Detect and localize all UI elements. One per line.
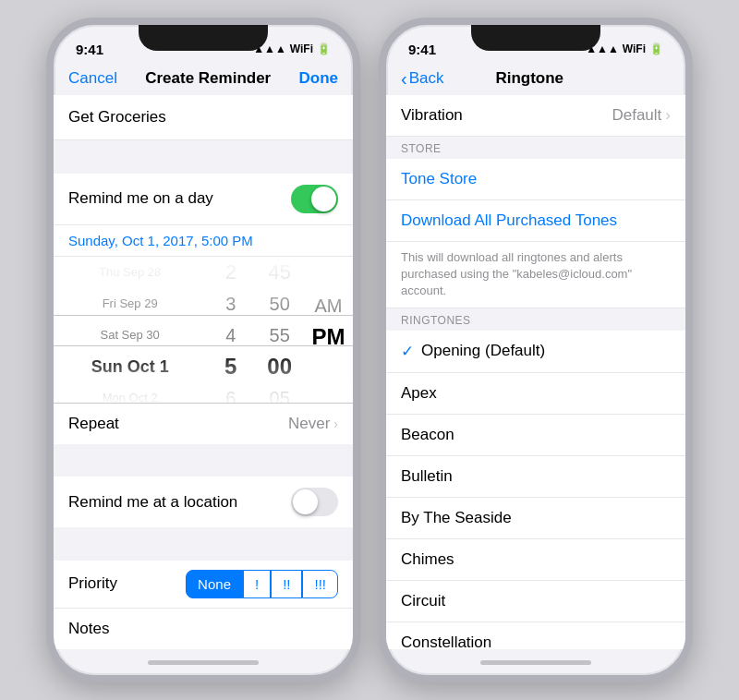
vibration-value: Default (612, 106, 661, 125)
create-reminder-title: Create Reminder (145, 69, 271, 88)
download-all-label: Download All Purchased Tones (401, 211, 617, 230)
reminder-text-input[interactable]: Get Groceries (54, 95, 353, 140)
reminder-text-section: Get Groceries (54, 95, 353, 140)
priority-row: Priority None ! !! !!! (54, 561, 353, 609)
back-button[interactable]: ‹ Back (401, 69, 443, 88)
right-home-bar (480, 660, 591, 665)
download-info: This will download all ringtones and ale… (386, 242, 685, 308)
ringtone-opening-row[interactable]: ✓ Opening (Default) (386, 331, 685, 373)
vibration-row[interactable]: Vibration Default › (386, 95, 685, 137)
vibration-chevron-icon: › (665, 106, 671, 125)
repeat-row[interactable]: Repeat Never › (54, 404, 353, 444)
priority-high-button[interactable]: !!! (302, 570, 338, 598)
gap2 (54, 444, 353, 477)
ringtone-opening-label: Opening (Default) (421, 342, 545, 360)
back-label: Back (409, 69, 444, 88)
picker-min-2: 55 (255, 320, 304, 351)
right-notch (471, 25, 600, 51)
remind-day-section: Remind me on a day Sunday, Oct 1, 2017, … (54, 174, 353, 257)
priority-label: Priority (68, 574, 178, 593)
priority-buttons: None ! !! !!! (186, 570, 338, 598)
ringtone-bulletin-row[interactable]: Bulletin (386, 456, 685, 498)
selected-date[interactable]: Sunday, Oct 1, 2017, 5:00 PM (54, 225, 353, 257)
location-toggle[interactable] (291, 488, 338, 516)
ringtone-title: Ringtone (495, 69, 563, 88)
location-label: Remind me at a location (68, 493, 291, 512)
battery-icon: 🔋 (317, 42, 331, 55)
left-nav-bar: Cancel Create Reminder Done (54, 66, 353, 95)
ringtone-beacon-row[interactable]: Beacon (386, 415, 685, 456)
picker-hour-2: 4 (206, 320, 255, 351)
store-header: STORE (386, 137, 685, 159)
priority-low-button[interactable]: ! (243, 570, 271, 598)
ringtone-bytheseaside-row[interactable]: By The Seaside (386, 498, 685, 539)
notes-label: Notes (68, 620, 338, 638)
ringtone-constellation-row[interactable]: Constellation (386, 622, 685, 649)
ringtones-header: RINGTONES (386, 308, 685, 331)
priority-medium-button[interactable]: !! (271, 570, 302, 598)
left-content: Get Groceries Remind me on a day Sunday,… (54, 95, 353, 649)
repeat-label: Repeat (68, 415, 288, 433)
gap3 (54, 527, 353, 561)
right-nav-bar: ‹ Back Ringtone (386, 66, 685, 95)
store-section: Tone Store Download All Purchased Tones … (386, 159, 685, 308)
ringtone-circuit-label: Circuit (401, 592, 445, 610)
download-all-row[interactable]: Download All Purchased Tones (386, 200, 685, 242)
priority-none-button[interactable]: None (186, 570, 243, 598)
toggle-knob (311, 187, 336, 211)
ringtone-chimes-row[interactable]: Chimes (386, 539, 685, 581)
ringtone-chimes-label: Chimes (401, 550, 454, 569)
repeat-section: Repeat Never › (54, 404, 353, 444)
ringtone-apex-row[interactable]: Apex (386, 373, 685, 415)
ringtone-apex-label: Apex (401, 384, 437, 403)
remind-day-toggle[interactable] (291, 185, 338, 213)
picker-columns: Thu Sep 28 Fri Sep 29 Sat Sep 30 Sun Oct… (54, 257, 353, 403)
right-status-icons: ▲▲▲ WiFi 🔋 (586, 42, 663, 55)
back-chevron-icon: ‹ (401, 69, 407, 88)
picker-date-2: Sat Sep 30 (54, 320, 206, 351)
location-toggle-knob (293, 489, 318, 514)
right-wifi-icon: WiFi (623, 42, 646, 55)
done-button[interactable]: Done (298, 69, 338, 88)
picker-fade-top (54, 257, 353, 312)
vibration-label: Vibration (401, 106, 612, 125)
remind-day-label: Remind me on a day (68, 189, 291, 208)
remind-day-row: Remind me on a day (54, 174, 353, 225)
check-icon: ✓ (401, 342, 414, 361)
right-battery-icon: 🔋 (649, 42, 663, 55)
notes-row[interactable]: Notes (54, 609, 353, 649)
location-row: Remind me at a location (54, 477, 353, 527)
left-time: 9:41 (76, 42, 103, 57)
left-phone: 9:41 ▲▲▲ WiFi 🔋 Cancel Create Reminder D… (46, 18, 360, 682)
ringtone-circuit-row[interactable]: Circuit (386, 581, 685, 622)
left-home-bar (148, 660, 259, 665)
ringtones-section: ✓ Opening (Default) Apex Beacon Bulletin… (386, 331, 685, 649)
repeat-chevron: › (333, 416, 338, 431)
ringtone-constellation-label: Constellation (401, 634, 491, 649)
repeat-value: Never (288, 415, 330, 433)
right-home-indicator (386, 649, 685, 675)
right-phone: 9:41 ▲▲▲ WiFi 🔋 ‹ Back Ringtone Vibratio… (379, 18, 693, 682)
picker-fade-bottom (54, 349, 353, 403)
wifi-icon: WiFi (290, 42, 313, 55)
priority-section: Priority None ! !! !!! Notes (54, 561, 353, 649)
right-content: Vibration Default › STORE Tone Store Dow… (386, 95, 685, 649)
right-time: 9:41 (408, 42, 436, 57)
tone-store-label: Tone Store (401, 170, 477, 188)
ringtone-beacon-label: Beacon (401, 426, 454, 444)
notch (139, 25, 268, 51)
gap1 (54, 140, 353, 174)
vibration-section: Vibration Default › (386, 95, 685, 137)
date-picker[interactable]: Thu Sep 28 Fri Sep 29 Sat Sep 30 Sun Oct… (54, 257, 353, 403)
ringtone-bulletin-label: Bulletin (401, 467, 453, 486)
location-section: Remind me at a location (54, 477, 353, 527)
left-home-indicator (54, 649, 353, 675)
ringtone-bytheseaside-label: By The Seaside (401, 509, 512, 527)
left-status-icons: ▲▲▲ WiFi 🔋 (253, 42, 331, 55)
cancel-button[interactable]: Cancel (68, 69, 117, 88)
tone-store-row[interactable]: Tone Store (386, 159, 685, 200)
